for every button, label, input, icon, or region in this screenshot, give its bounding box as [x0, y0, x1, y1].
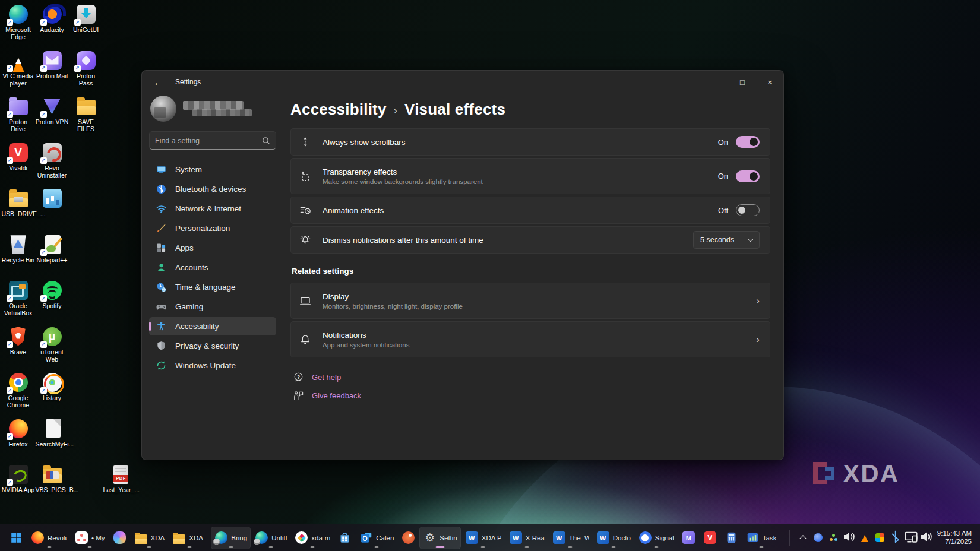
- copilot-icon: [113, 531, 127, 544]
- desktop-icon-save-files[interactable]: SAVE FILES: [69, 93, 103, 140]
- desktop-icon-oracle-virtualbox[interactable]: ↗Oracle VirtualBox: [1, 277, 35, 324]
- desktop-icon-proton-vpn[interactable]: ↗Proton VPN: [35, 93, 69, 140]
- maximize-button[interactable]: □: [729, 71, 756, 93]
- taskbar-app-xda-4[interactable]: XDA -: [169, 527, 210, 549]
- taskbar-app-item-21[interactable]: •••: [780, 527, 784, 549]
- desktop-icon-google-chrome[interactable]: ↗Google Chrome: [1, 369, 35, 416]
- taskbar-app-item-2[interactable]: [109, 527, 130, 549]
- desktop-icon-utorrent-web[interactable]: ↗uTorrent Web: [35, 324, 69, 370]
- search-box[interactable]: [149, 131, 276, 150]
- search-input[interactable]: [155, 137, 262, 145]
- open-window-indicator: [375, 546, 379, 548]
- taskbar-app-settin-11[interactable]: ⚙Settin: [419, 527, 460, 549]
- dropdown-dismiss-notifications-after-this-amount-of-time[interactable]: 5 seconds: [693, 231, 760, 249]
- minimize-button[interactable]: –: [701, 71, 729, 93]
- tray-tray-volume[interactable]: [842, 529, 856, 547]
- desktop-icon-label: Revo Uninstaller: [36, 164, 69, 179]
- desktop-icon-nvidia-app[interactable]: ↗NVIDIA App: [1, 461, 35, 508]
- taskbar-app-signal-16[interactable]: Signal: [635, 527, 678, 549]
- sidebar-item-accounts[interactable]: Accounts: [149, 258, 276, 277]
- desktop-icon-usb-drive[interactable]: USB_DRIVE_...: [1, 185, 35, 232]
- sidebar-item-gaming[interactable]: Gaming: [149, 297, 276, 316]
- related-row-display[interactable]: DisplayMonitors, brightness, night light…: [290, 283, 770, 319]
- sidebar-item-personalization[interactable]: Personalization: [149, 219, 276, 238]
- related-row-notifications[interactable]: NotificationsApp and system notification…: [290, 321, 770, 357]
- tray-tray-app-blue[interactable]: [811, 529, 826, 547]
- sidebar-item-windows-update[interactable]: Windows Update: [149, 356, 276, 375]
- taskbar-app-bring-5[interactable]: Bring: [211, 527, 251, 549]
- desktop-icon-item[interactable]: [35, 185, 69, 232]
- toggle-transparency-effects[interactable]: [736, 170, 760, 182]
- desktop-icon-revo-uninstaller[interactable]: ↗Revo Uninstaller: [35, 140, 69, 186]
- desktop-icon-brave[interactable]: ↗Brave: [1, 324, 35, 370]
- sidebar-item-accessibility[interactable]: Accessibility: [149, 317, 276, 335]
- windows-start-icon: [10, 531, 23, 544]
- desktop-icon-listary[interactable]: ↗Listary: [35, 369, 69, 416]
- taskbar-app-docto-15[interactable]: Docto: [593, 527, 634, 549]
- sidebar-item-time-language[interactable]: Time & language: [149, 278, 276, 296]
- tray-chevron-up[interactable]: [796, 529, 810, 547]
- taskbar-app-item-10[interactable]: [398, 527, 419, 549]
- tray-tray-cast[interactable]: [904, 529, 918, 547]
- desktop-icon-proton-mail[interactable]: ↗Proton Mail: [35, 48, 69, 94]
- taskbar-app-calen-9[interactable]: Calen: [356, 527, 397, 549]
- desktop-icon-searchmyfi[interactable]: SearchMyFi...: [35, 416, 69, 462]
- desktop-icon-recycle-bin[interactable]: Recycle Bin: [1, 232, 35, 278]
- desktop-icon-unigetui[interactable]: ↗UniGetUI: [69, 1, 103, 48]
- back-button[interactable]: ←: [147, 73, 169, 91]
- taskbar-app-revolu-0[interactable]: Revolu: [27, 527, 71, 549]
- taskbar-app-my-1[interactable]: • My: [71, 527, 109, 549]
- close-button[interactable]: ×: [756, 71, 783, 93]
- taskbar-app-untitl-6[interactable]: Untitl: [251, 527, 290, 549]
- sidebar-item-system[interactable]: System: [149, 160, 276, 179]
- desktop-empty-cell: [103, 93, 137, 140]
- get-help-link[interactable]: Get help: [312, 373, 341, 382]
- titlebar[interactable]: ← Settings – □ ×: [142, 71, 783, 93]
- desktop-icon-microsoft-edge[interactable]: ↗Microsoft Edge: [1, 1, 35, 48]
- desktop-icon-proton-pass[interactable]: ↗Proton Pass: [69, 48, 103, 94]
- tray-tray-photos[interactable]: [873, 529, 887, 547]
- toggle-animation-effects[interactable]: [736, 204, 760, 216]
- breadcrumb-parent[interactable]: Accessibility: [290, 100, 387, 119]
- desktop-icon-vivaldi[interactable]: ↗Vivaldi: [1, 140, 35, 186]
- desktop-icon-spotify[interactable]: ↗Spotify: [35, 277, 69, 324]
- taskbar-app-item-8[interactable]: [334, 527, 355, 549]
- system-icon: [156, 164, 166, 175]
- desktop-icon-vbs-pics-b[interactable]: VBS_PICS_B...: [35, 461, 69, 508]
- vivaldi-icon: [703, 531, 717, 544]
- sidebar-item-label: Windows Update: [175, 361, 236, 370]
- taskbar-app-x-rea-13[interactable]: X Rea: [505, 527, 548, 549]
- taskbar-app-item-19[interactable]: [721, 527, 742, 549]
- sidebar-item-network-internet[interactable]: Network & internet: [149, 200, 276, 218]
- tray-tray-speaker[interactable]: [919, 529, 934, 547]
- desktop-icon-last-year[interactable]: Last_Year_...: [103, 461, 137, 508]
- search-icon[interactable]: [262, 137, 270, 145]
- taskbar-app-label: Signal: [655, 534, 674, 542]
- proton-mail-icon: [682, 531, 696, 544]
- desktop-icon-grid: ↗Microsoft Edge↗Audacity↗UniGetUI↗VLC me…: [1, 1, 137, 508]
- tray-tray-bluetooth[interactable]: [889, 529, 903, 547]
- desktop-icon-proton-drive[interactable]: ↗Proton Drive: [1, 93, 35, 140]
- start-button[interactable]: [6, 527, 27, 549]
- taskbar-clock[interactable]: 9:15:43 AM 7/1/2025: [937, 530, 972, 546]
- tray-volume-icon: [842, 530, 856, 546]
- desktop-icon-label: UniGetUI: [73, 26, 99, 33]
- desktop-icon-notepad[interactable]: ↗Notepad++: [35, 232, 69, 278]
- tray-tray-vlc[interactable]: [858, 529, 872, 547]
- desktop-icon-firefox[interactable]: ↗Firefox: [1, 416, 35, 462]
- taskbar-app-item-18[interactable]: [700, 527, 720, 549]
- tray-tray-app-dots[interactable]: [827, 529, 841, 547]
- sidebar-item-apps[interactable]: Apps: [149, 239, 276, 257]
- taskbar-app-xda-m-7[interactable]: xda-m: [291, 527, 334, 549]
- desktop-icon-vlc-media-player[interactable]: ↗VLC media player: [1, 48, 35, 94]
- desktop-icon-audacity[interactable]: ↗Audacity: [35, 1, 69, 48]
- give-feedback-link[interactable]: Give feedback: [312, 391, 361, 400]
- taskbar-app-task-20[interactable]: Task: [742, 527, 780, 549]
- taskbar-app-xda-p-12[interactable]: XDA P: [461, 527, 505, 549]
- sidebar-item-privacy-security[interactable]: Privacy & security: [149, 337, 276, 355]
- taskbar-app-the-w-14[interactable]: The_W: [549, 527, 592, 549]
- taskbar-app-xda-3[interactable]: XDA: [131, 527, 169, 549]
- taskbar-app-item-17[interactable]: [678, 527, 699, 549]
- toggle-always-show-scrollbars[interactable]: [736, 136, 760, 148]
- sidebar-item-bluetooth-devices[interactable]: Bluetooth & devices: [149, 180, 276, 198]
